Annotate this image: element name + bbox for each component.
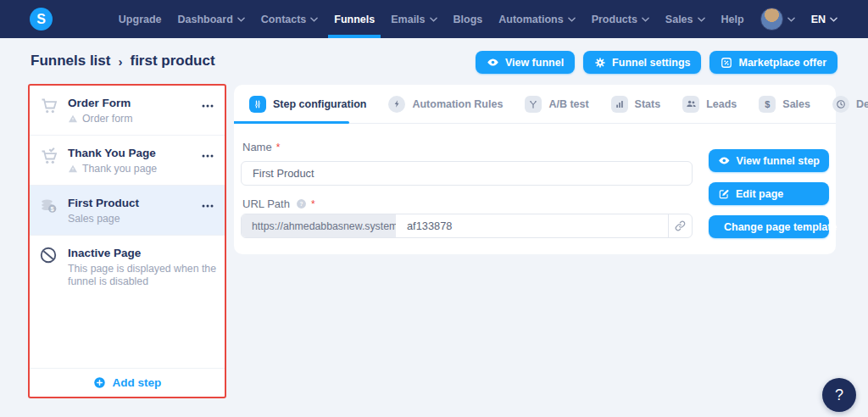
bar-chart-icon: [611, 96, 628, 113]
page-title: first product: [130, 53, 214, 70]
change-page-template-button[interactable]: Change page template: [709, 215, 829, 238]
marketplace-offer-button[interactable]: Marketplace offer: [709, 51, 837, 74]
gear-icon: [594, 57, 606, 69]
eye-icon: [718, 154, 731, 167]
tab-leads[interactable]: Leads: [682, 96, 737, 113]
chevron-down-icon: [642, 17, 649, 22]
tab-ab-test[interactable]: A/B test: [525, 96, 588, 113]
eye-icon: [487, 56, 499, 69]
required-asterisk: *: [276, 142, 281, 153]
nav-item-help[interactable]: Help: [721, 0, 744, 38]
nav-item-contacts[interactable]: Contacts: [261, 0, 318, 38]
warning-icon: [68, 114, 78, 124]
chevron-down-icon: [430, 17, 437, 22]
view-funnel-button[interactable]: View funnel: [476, 51, 575, 74]
name-input[interactable]: [241, 161, 693, 186]
step-configuration-card: Step configuration Automation Rules A/B …: [234, 85, 836, 254]
chevron-down-icon: [237, 17, 245, 22]
tab-sales[interactable]: $ Sales: [759, 96, 810, 113]
ban-icon: [39, 245, 63, 268]
url-prefix: https://ahmedabbasnew.systeme.io/: [242, 214, 396, 237]
tab-deadline-settings[interactable]: Deadline settings: [832, 96, 868, 113]
help-button[interactable]: ?: [822, 378, 856, 412]
nav-item-automations[interactable]: Automations: [498, 0, 575, 38]
step-title: Order Form: [68, 97, 131, 109]
chevron-down-icon: [310, 17, 318, 22]
chevron-down-icon: [787, 17, 795, 22]
step-title: Thank You Page: [68, 147, 156, 159]
user-menu[interactable]: [760, 0, 795, 38]
ellipsis-menu-icon[interactable]: [198, 95, 216, 112]
cart-check-icon: [39, 145, 63, 170]
required-asterisk: *: [311, 198, 315, 210]
step-subtitle: Thank you page: [82, 163, 157, 175]
step-item-order-form[interactable]: Order Form Order form: [30, 86, 225, 136]
plus-circle-icon: [93, 376, 106, 389]
header-actions: View funnel Funnel settings Marketplace …: [476, 51, 837, 74]
url-path-label: URL Path ? *: [242, 197, 315, 210]
bolt-icon: [388, 96, 405, 113]
funnel-settings-button[interactable]: Funnel settings: [583, 51, 701, 74]
nav-item-dashboard[interactable]: Dashboard: [178, 0, 245, 38]
edit-icon: [718, 188, 730, 200]
warning-icon: [68, 164, 78, 174]
language-selector[interactable]: EN: [811, 14, 837, 25]
chevron-down-icon: [698, 17, 705, 22]
step-subtitle: Order form: [82, 113, 132, 125]
nav-item-upgrade[interactable]: Upgrade: [119, 0, 162, 38]
coins-icon: $: [39, 195, 63, 220]
ellipsis-menu-icon[interactable]: [198, 195, 216, 212]
step-subtitle: Sales page: [68, 213, 120, 225]
step-title: First Product: [68, 197, 139, 209]
name-label: Name*: [242, 141, 280, 153]
tab-automation-rules[interactable]: Automation Rules: [388, 96, 503, 113]
breadcrumb: Funnels list › first product: [31, 53, 215, 70]
svg-text:?: ?: [299, 201, 303, 207]
chevron-down-icon: [568, 17, 576, 22]
funnel-steps-panel: Order Form Order form Thank You Page Tha…: [28, 84, 226, 398]
question-mark-icon: ?: [835, 386, 843, 404]
edit-page-button[interactable]: Edit page: [709, 182, 829, 205]
user-avatar: [760, 8, 783, 31]
cart-icon: [39, 95, 63, 120]
people-icon: [682, 96, 699, 113]
tab-bar: Step configuration Automation Rules A/B …: [234, 85, 836, 124]
url-path-input[interactable]: [396, 214, 668, 237]
step-item-thank-you-page[interactable]: Thank You Page Thank you page: [30, 136, 225, 186]
nav-menu: Upgrade Dashboard Contacts Funnels Email…: [119, 0, 837, 38]
nav-item-funnels[interactable]: Funnels: [334, 0, 375, 38]
tab-stats[interactable]: Stats: [611, 96, 661, 113]
link-icon[interactable]: [668, 214, 692, 237]
nav-item-products[interactable]: Products: [592, 0, 649, 38]
nav-item-sales[interactable]: Sales: [665, 0, 705, 38]
nav-item-emails[interactable]: Emails: [391, 0, 437, 38]
add-step-button[interactable]: Add step: [30, 368, 225, 397]
step-item-first-product[interactable]: $ First Product Sales page: [30, 186, 225, 236]
dollar-icon: $: [759, 96, 776, 113]
step-title: Inactive Page: [68, 247, 141, 259]
active-tab-underline: [234, 121, 349, 124]
breadcrumb-separator: ›: [118, 54, 122, 69]
chevron-down-icon: [830, 17, 837, 22]
percent-ticket-icon: [721, 57, 732, 69]
step-subtitle: This page is displayed when the funnel i…: [68, 263, 216, 288]
sliders-icon: [249, 96, 266, 113]
step-actions: View funnel step Edit page Change page t…: [709, 149, 829, 238]
top-navbar: S Upgrade Dashboard Contacts Funnels Ema…: [0, 0, 868, 38]
app-logo[interactable]: S: [30, 8, 53, 31]
info-icon[interactable]: ?: [296, 198, 307, 209]
view-funnel-step-button[interactable]: View funnel step: [709, 149, 829, 172]
ellipsis-menu-icon[interactable]: [198, 145, 216, 162]
clock-icon: [832, 96, 849, 113]
app-window: S Upgrade Dashboard Contacts Funnels Ema…: [0, 0, 868, 417]
nav-item-blogs[interactable]: Blogs: [453, 0, 483, 38]
breadcrumb-funnels-list[interactable]: Funnels list: [31, 53, 110, 70]
step-item-inactive-page[interactable]: Inactive Page This page is displayed whe…: [30, 236, 225, 297]
split-icon: [525, 96, 542, 113]
url-path-field: https://ahmedabbasnew.systeme.io/: [241, 214, 693, 238]
tab-step-configuration[interactable]: Step configuration: [249, 96, 366, 113]
